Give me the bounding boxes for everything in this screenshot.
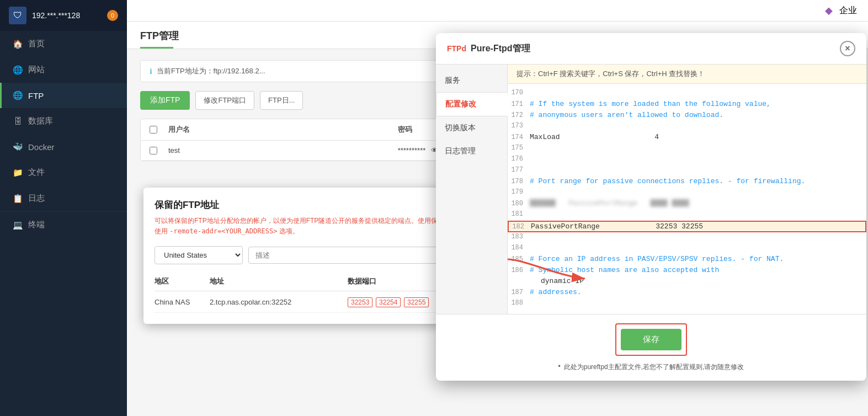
sidebar-label-ftp: FTP [28, 91, 44, 100]
modal-footer: 保存 • 此处为pureftpd主配置文件,若您不了解配置规则,请勿随意修改 [436, 314, 866, 381]
code-line-184: 184 [508, 243, 866, 254]
sidebar-item-terminal[interactable]: 💻 终端 [0, 211, 127, 238]
code-line-180: 180 ██████ PassivePortRange ████ ████ [508, 199, 866, 210]
enterprise-label: 企业 [839, 5, 857, 17]
info-icon: ℹ [150, 67, 152, 76]
username-cell: test [168, 146, 387, 154]
code-line-170: 170 [508, 88, 866, 99]
sidebar-item-files[interactable]: 📁 文件 [0, 159, 127, 185]
code-line-175: 175 [508, 143, 866, 154]
topbar: ◆ 企业 [127, 0, 868, 22]
terminal-icon: 💻 [13, 220, 23, 230]
save-button[interactable]: 保存 [621, 329, 681, 350]
docker-icon: 🐳 [13, 142, 23, 152]
col-username-header: 用户名 [168, 125, 387, 135]
select-all-checkbox[interactable] [150, 126, 157, 134]
sidebar-header: 🛡 192.***.***128 0 [0, 0, 127, 31]
sidebar-label-files: 文件 [28, 167, 45, 178]
code-line-177: 177 [508, 166, 866, 177]
code-line-186b: dynamic IP [508, 276, 866, 287]
modal-nav: 服务 配置修改 切换版本 日志管理 [436, 65, 508, 314]
row-checkbox[interactable] [150, 147, 157, 154]
sidebar-item-home[interactable]: 🏠 首页 [0, 31, 127, 57]
sidebar: 🛡 192.***.***128 0 🏠 首页 🌐 网站 🌐 FTP 🗄 数据库… [0, 0, 127, 416]
modal-body: 服务 配置修改 切换版本 日志管理 提示：Ctrl+F 搜索关键字，Ctrl+S… [436, 65, 866, 314]
modal-header: FTPd Pure-Ftpd管理 × [436, 33, 866, 65]
nav-config[interactable]: 配置修改 [436, 92, 508, 116]
code-line-171: 171 # If the system is more loaded than … [508, 99, 866, 110]
code-line-188: 188 [508, 298, 866, 310]
footer-note: • 此处为pureftpd主配置文件,若您不了解配置规则,请勿随意修改 [558, 362, 744, 372]
sidebar-nav: 🏠 首页 🌐 网站 🌐 FTP 🗄 数据库 🐳 Docker 📁 文件 📋 日志 [0, 31, 127, 416]
sidebar-label-terminal: 终端 [28, 220, 45, 230]
footer-note-text: 此处为pureftpd主配置文件,若您不了解配置规则,请勿随意修改 [564, 362, 744, 372]
code-line-178: 178 # Port range for passive connections… [508, 177, 866, 188]
code-line-187: 187 # addresses. [508, 287, 866, 298]
ip-address: 192.***.***128 [32, 11, 102, 20]
logs-icon: 📋 [13, 194, 23, 204]
port-badge-2: 32254 [376, 297, 401, 307]
password-text: ********** [398, 146, 426, 154]
ftpd-logo: FTPd [447, 44, 466, 53]
sidebar-label-website: 网站 [28, 65, 45, 75]
home-icon: 🏠 [13, 39, 23, 49]
website-icon: 🌐 [13, 65, 23, 75]
files-icon: 📁 [13, 168, 23, 178]
port-badge-3: 32255 [404, 297, 429, 307]
code-line-183: 183 [508, 232, 866, 243]
add-ftp-button[interactable]: 添加FTP [140, 91, 190, 110]
modal-title: Pure-Ftpd管理 [471, 43, 835, 55]
code-line-186: 186 # Symbolic host names are also accep… [508, 265, 866, 276]
popup-col-port: 数据端口 [348, 276, 436, 286]
ftp-day-button[interactable]: FTP日... [260, 91, 303, 110]
popup-col-addr: 地址 [210, 276, 348, 286]
ftpd-modal: FTPd Pure-Ftpd管理 × 服务 配置修改 切换版本 日志管理 [436, 33, 866, 381]
code-line-179: 179 [508, 188, 866, 199]
ftp-code-option: -remote-addr=<YOUR_ADDRESS> [169, 227, 277, 235]
sidebar-label-database: 数据库 [28, 116, 53, 126]
nav-version[interactable]: 切换版本 [436, 116, 507, 140]
code-line-182: 182 PassivePortRange 32253 32255 [508, 221, 866, 232]
close-button[interactable]: × [840, 41, 855, 56]
database-icon: 🗄 [13, 116, 23, 126]
sidebar-item-website[interactable]: 🌐 网站 [0, 57, 127, 83]
modal-hint: 提示：Ctrl+F 搜索关键字，Ctrl+S 保存，Ctrl+H 查找替换！ [508, 65, 866, 84]
port-badge-1: 32253 [348, 297, 372, 307]
code-line-185: 185 # Force an IP address in PASV/EPSV/S… [508, 254, 866, 265]
main-content: ◆ 企业 FTP管理 ℹ 当前FTP地址为：ftp://192.168.2...… [127, 0, 868, 416]
popup-port-cell: 32253 32254 32255 [348, 298, 436, 306]
title-underline [140, 47, 173, 49]
sidebar-label-logs: 日志 [28, 193, 45, 204]
sidebar-label-home: 首页 [28, 39, 45, 49]
sidebar-item-docker[interactable]: 🐳 Docker [0, 134, 127, 159]
popup-region-cell: China NAS [155, 298, 210, 306]
popup-addr-cell: 2.tcp.nas.cpolar.cn:32252 [210, 298, 348, 306]
sidebar-label-docker: Docker [28, 142, 55, 152]
ftp-icon: 🌐 [13, 90, 23, 100]
code-line-173: 173 [508, 121, 866, 132]
code-line-176: 176 [508, 154, 866, 166]
code-line-181: 181 [508, 210, 866, 221]
bullet-icon: • [558, 362, 561, 370]
topbar-right: ◆ 企业 [825, 4, 857, 17]
diamond-icon: ◆ [825, 4, 833, 17]
sidebar-item-database[interactable]: 🗄 数据库 [0, 108, 127, 134]
sidebar-item-logs[interactable]: 📋 日志 [0, 185, 127, 211]
notification-badge: 0 [107, 10, 118, 21]
code-editor[interactable]: 170 171 # If the system is more loaded t… [508, 84, 866, 314]
nav-logs[interactable]: 日志管理 [436, 140, 507, 163]
sidebar-item-ftp[interactable]: 🌐 FTP [0, 83, 127, 108]
country-select[interactable]: United States [155, 246, 243, 264]
nav-service[interactable]: 服务 [436, 69, 507, 92]
popup-col-region: 地区 [155, 276, 210, 286]
modify-port-button[interactable]: 修改FTP端口 [195, 91, 254, 110]
modal-content: 提示：Ctrl+F 搜索关键字，Ctrl+S 保存，Ctrl+H 查找替换！ 1… [508, 65, 866, 314]
info-text: 当前FTP地址为：ftp://192.168.2... [157, 66, 265, 76]
code-line-174: 174 MaxLoad 4 [508, 132, 866, 143]
code-line-172: 172 # anonymous users aren't allowed to … [508, 110, 866, 121]
desc-input[interactable] [248, 247, 468, 264]
shield-icon: 🛡 [9, 7, 26, 24]
